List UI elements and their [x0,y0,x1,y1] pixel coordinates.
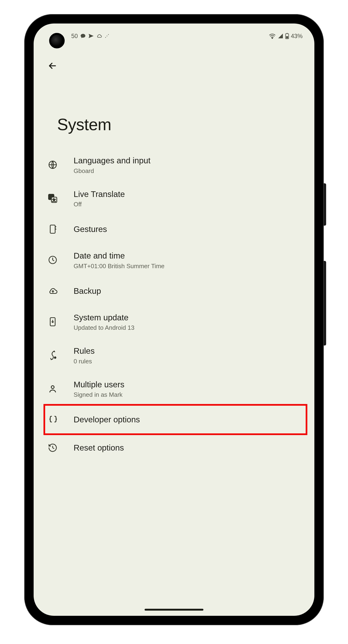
row-subtitle: Off [74,201,305,208]
navigation-pill[interactable] [145,609,203,610]
battery-icon [285,33,289,39]
back-button[interactable] [43,56,62,75]
cloud-icon [96,33,102,39]
row-backup[interactable]: Backup [34,277,314,305]
app-bar [34,42,314,75]
svg-point-3 [272,38,273,39]
row-title: Multiple users [74,379,305,390]
row-subtitle: Updated to Android 13 [74,324,305,332]
status-right: 43% [269,33,303,40]
row-title: Gestures [74,224,305,234]
svg-rect-5 [287,33,287,34]
translate-icon: G文 [48,194,74,203]
back-arrow-icon [47,61,58,71]
volume-button[interactable] [324,261,326,346]
row-title: System update [74,312,305,323]
row-texts: System updateUpdated to Android 13 [74,312,305,332]
chat-icon [80,33,86,39]
status-bar: 50 [34,24,314,42]
row-texts: Live TranslateOff [74,189,305,208]
row-subtitle: GMT+01:00 British Summer Time [74,262,305,270]
row-reset-options[interactable]: Reset options [34,434,314,462]
svg-rect-6 [286,36,288,38]
person-icon [48,384,74,394]
rules-icon [48,350,74,360]
row-texts: Developer options [74,414,305,425]
settings-list: Languages and inputGboardG文Live Translat… [34,146,314,464]
row-title: Languages and input [74,155,305,166]
row-title: Date and time [74,250,305,261]
gesture-phone-icon [48,224,74,234]
row-subtitle: Signed in as Mark [74,391,305,398]
braces-icon [48,414,74,424]
row-texts: Multiple usersSigned in as Mark [74,379,305,398]
svg-point-15 [54,357,56,358]
row-title: Rules [74,346,305,356]
row-gestures[interactable]: Gestures [34,215,314,243]
clock-fragment: 50 [71,33,78,40]
svg-point-16 [51,386,54,388]
row-languages[interactable]: Languages and inputGboard [34,148,314,182]
row-texts: Date and timeGMT+01:00 British Summer Ti… [74,250,305,270]
row-subtitle: Gboard [74,167,305,175]
row-developer-options[interactable]: Developer options [34,406,314,434]
front-camera [49,33,65,48]
row-texts: Rules0 rules [74,346,305,365]
svg-text:文: 文 [53,198,56,202]
row-multiple-users[interactable]: Multiple usersSigned in as Mark [34,372,314,406]
row-subtitle: 0 rules [74,358,305,365]
phone-download-icon [48,317,74,327]
phone-frame: 50 [24,14,324,625]
svg-point-0 [105,37,106,38]
row-texts: Gestures [74,224,305,234]
row-title: Live Translate [74,189,305,200]
svg-point-2 [108,34,109,35]
status-left: 50 [71,33,109,40]
clock-icon [48,255,74,265]
cloud-up-icon [48,286,74,296]
row-texts: Languages and inputGboard [74,155,305,175]
wifi-icon [269,33,276,39]
svg-rect-12 [50,225,55,234]
screen: 50 [34,24,314,616]
globe-icon [48,160,74,170]
dots-icon [105,34,109,38]
cellular-icon [278,33,283,39]
page-title: System [34,75,314,146]
power-button[interactable] [324,183,326,226]
battery-percent: 43% [291,33,303,40]
row-texts: Reset options [74,442,305,453]
row-system-update[interactable]: System updateUpdated to Android 13 [34,305,314,339]
row-title: Backup [74,286,305,296]
row-title: Reset options [74,442,305,453]
row-texts: Backup [74,286,305,296]
row-title: Developer options [74,414,305,425]
row-date-time[interactable]: Date and timeGMT+01:00 British Summer Ti… [34,243,314,277]
svg-point-1 [107,36,107,36]
history-icon [48,443,74,453]
row-rules[interactable]: Rules0 rules [34,338,314,372]
send-icon [88,33,94,39]
row-live-translate[interactable]: G文Live TranslateOff [34,182,314,215]
